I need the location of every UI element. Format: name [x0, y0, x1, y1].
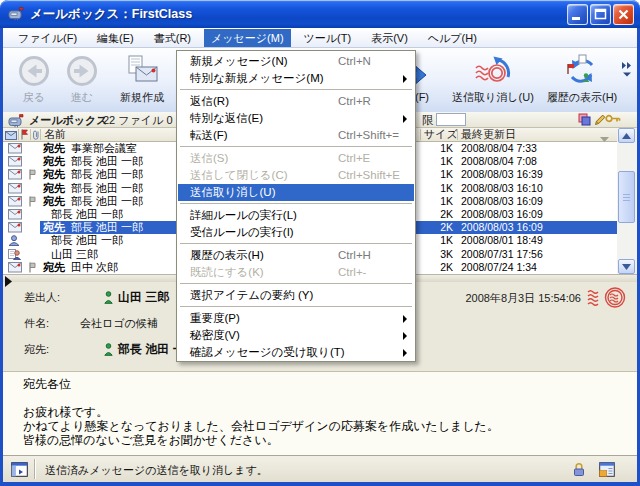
menu-item[interactable]: 新規メッセージ(N)Ctrl+N	[178, 53, 414, 70]
menu-item[interactable]: 確認メッセージの受け取り(T)	[178, 344, 414, 361]
scroll-up-button[interactable]	[618, 128, 635, 143]
menu-item[interactable]: 送信取り消し(U)	[178, 184, 414, 201]
menubar-item[interactable]: ヘルプ(H)	[421, 29, 484, 47]
menu-item[interactable]: 特別な返信(E)	[178, 110, 414, 127]
row-date: 2008/08/04 7:08	[461, 155, 537, 168]
menu-item[interactable]: 履歴の表示(H)Ctrl+H	[178, 247, 414, 264]
toolbar-button[interactable]: 履歴の表示(H)	[537, 52, 627, 108]
column-header-size[interactable]: サイズ	[424, 128, 458, 141]
status-window-icon	[11, 462, 28, 481]
row-name: 田中 次郎	[71, 261, 118, 274]
list-scrollbar[interactable]	[617, 128, 637, 274]
scroll-down-button[interactable]	[618, 259, 635, 274]
menu-separator	[180, 146, 412, 147]
permissions-label: 限	[422, 113, 433, 127]
layers-icon[interactable]	[578, 113, 591, 128]
row-size: 1K	[415, 182, 453, 195]
submenu-arrow-icon	[403, 115, 407, 123]
menu-item[interactable]: 受信ルールの実行(I)	[178, 224, 414, 241]
title-bar[interactable]: メールボックス：FirstClass	[0, 0, 640, 28]
menu-bar: ファイル(F)編集(E)書式(R)メッセージ(M)ツール(T)表示(V)ヘルプ(…	[3, 28, 637, 48]
message-body: 宛先各位お疲れ様です。かねてより懸案となっておりました、会社ロゴデザインの応募案…	[3, 371, 637, 455]
mailbox-icon	[8, 6, 25, 25]
row-size: 2K	[415, 208, 453, 221]
menu-item[interactable]: 転送(F)Ctrl+Shift+=	[178, 127, 414, 144]
menu-item[interactable]: 返信(R)Ctrl+R	[178, 93, 414, 110]
menu-item-label: 選択アイテムの要約 (Y)	[190, 287, 313, 304]
column-header-name[interactable]: 名前	[44, 128, 66, 141]
menu-item-label: 秘密度(V)	[190, 327, 240, 344]
column-flag-icon[interactable]	[20, 129, 29, 143]
key-icon[interactable]	[605, 113, 621, 126]
menu-item-label: 特別な新規メッセージ(M)	[190, 70, 324, 87]
toolbar-button-label: 戻る	[11, 90, 57, 105]
menu-item[interactable]: 選択アイテムの要約 (Y)	[178, 287, 414, 304]
firstclass-window: メールボックス：FirstClass ファイル(F)編集(E)書式(R)メッセー…	[0, 0, 640, 486]
menubar-item[interactable]: 書式(R)	[147, 29, 198, 47]
status-separator	[34, 459, 35, 479]
row-date: 2008/07/31 17:56	[461, 248, 543, 261]
menu-item[interactable]: 秘密度(V)	[178, 327, 414, 344]
green-person-icon	[104, 291, 113, 306]
history-icon	[537, 52, 627, 90]
back-icon	[11, 52, 57, 90]
toolbar-button: 進む	[59, 52, 105, 108]
menu-separator	[180, 203, 412, 204]
unsend-icon	[450, 52, 536, 90]
row-to-label: 宛先	[43, 221, 65, 234]
toolbar-button[interactable]: 送信取り消し(U)	[450, 52, 536, 108]
field-label: 差出人:	[24, 290, 60, 305]
menubar-item[interactable]: ツール(T)	[297, 29, 359, 47]
menu-item[interactable]: 重要度(P)	[178, 310, 414, 327]
column-header-date[interactable]: 最終更新日	[461, 128, 516, 141]
field-value: 会社ロゴの候補	[80, 316, 158, 331]
menu-item-label: 既読にする(K)	[190, 264, 264, 281]
menu-item[interactable]: 詳細ルールの実行(L)	[178, 207, 414, 224]
submenu-arrow-icon	[403, 315, 407, 323]
menu-item-shortcut: Ctrl+H	[338, 247, 371, 264]
close-button[interactable]	[613, 4, 634, 25]
toolbar-button[interactable]: 新規作成	[107, 52, 177, 108]
menu-item-shortcut: Ctrl+R	[338, 93, 371, 110]
menubar-item[interactable]: ファイル(F)	[11, 29, 84, 47]
menu-item-shortcut: Ctrl+E	[338, 150, 370, 167]
menu-item-label: 確認メッセージの受け取り(T)	[190, 344, 345, 361]
menu-separator	[180, 89, 412, 90]
submenu-arrow-icon	[403, 332, 407, 340]
field-label: 宛先:	[24, 342, 49, 357]
window-title: メールボックス：FirstClass	[30, 6, 192, 23]
toolbar-button-label: 新規作成	[107, 90, 177, 105]
row-name: 部長 池田 一郎	[51, 208, 123, 221]
row-name: 部長 池田 一郎	[71, 155, 143, 168]
row-date: 2008/07/24 1:34	[461, 261, 537, 274]
row-to-label: 宛先	[43, 168, 65, 181]
permissions-input[interactable]	[436, 113, 466, 126]
green-person-icon	[104, 343, 113, 358]
menu-item-label: 詳細ルールの実行(L)	[190, 207, 297, 224]
toolbar-button-label: 送信取り消し(U)	[450, 90, 536, 105]
menubar-item[interactable]: 編集(E)	[90, 29, 141, 47]
maximize-button[interactable]	[590, 4, 611, 25]
menubar-item[interactable]: メッセージ(M)	[204, 29, 291, 47]
layout-icon[interactable]	[599, 462, 615, 481]
menubar-item[interactable]: 表示(V)	[364, 29, 415, 47]
body-line: 宛先各位	[23, 377, 499, 391]
body-line: 皆様の忌憚のないご意見をお聞かせください。	[23, 433, 499, 447]
row-to-label: 宛先	[43, 195, 65, 208]
row-date: 2008/08/04 7:33	[461, 142, 537, 155]
postmark-icon	[587, 286, 627, 311]
row-date: 2008/08/01 18:49	[461, 234, 543, 247]
minimize-button[interactable]	[567, 4, 588, 25]
column-attachment-icon[interactable]	[32, 129, 40, 143]
row-size: 1K	[415, 155, 453, 168]
menu-item-shortcut: Ctrl+Shift+=	[338, 127, 399, 144]
menu-separator	[180, 306, 412, 307]
flag-icon	[28, 262, 37, 274]
menu-item[interactable]: 特別な新規メッセージ(M)	[178, 70, 414, 87]
menu-item-label: 返信(R)	[190, 93, 229, 110]
pane-collapse-arrow-icon[interactable]	[5, 273, 12, 291]
body-line	[23, 391, 499, 405]
row-size: 2K	[415, 221, 453, 234]
body-line: お疲れ様です。	[23, 405, 499, 419]
scrollbar-thumb[interactable]	[618, 171, 635, 223]
